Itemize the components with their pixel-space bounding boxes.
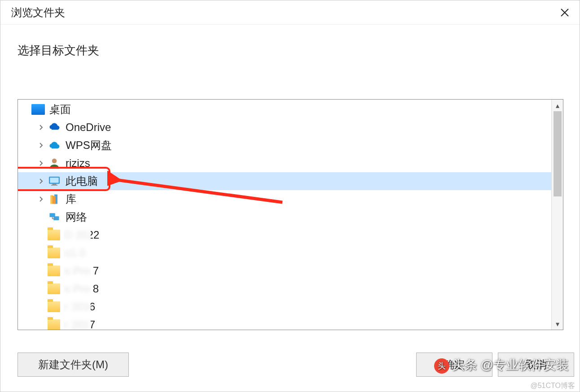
svg-rect-3 bbox=[53, 184, 57, 185]
tree-item-label: 库 bbox=[66, 192, 76, 206]
tree-item-desktop[interactable]: 桌面 bbox=[18, 100, 551, 118]
new-folder-button[interactable]: 新建文件夹(M) bbox=[18, 353, 129, 377]
dialog-buttons: 新建文件夹(M) 确定 取消 bbox=[18, 351, 574, 378]
tree-item-label: 网络 bbox=[66, 210, 87, 224]
tree-item-user[interactable]: rizizs bbox=[18, 154, 551, 172]
folder-icon bbox=[48, 248, 60, 258]
svg-rect-7 bbox=[53, 196, 56, 204]
svg-rect-4 bbox=[51, 185, 57, 186]
tree-item-label: WPS网盘 bbox=[66, 138, 112, 152]
folder-icon bbox=[48, 319, 60, 330]
close-icon bbox=[560, 8, 569, 17]
browse-folder-dialog: 浏览文件夹 选择目标文件夹 桌面OneDriveWPS网盘rizizs此电脑库网… bbox=[0, 0, 580, 392]
user-icon bbox=[48, 157, 61, 170]
expand-chevron-icon[interactable] bbox=[37, 141, 46, 150]
folder-icon bbox=[48, 301, 60, 312]
tree-item-onedrive[interactable]: OneDrive bbox=[18, 118, 551, 136]
folder-icon bbox=[48, 283, 60, 294]
onedrive-icon bbox=[48, 121, 61, 134]
tree-item-label: o1.0 bbox=[65, 247, 86, 259]
tree-item-thispc[interactable]: 此电脑 bbox=[18, 172, 551, 190]
scroll-down-arrow-icon[interactable]: ▾ bbox=[552, 318, 563, 330]
tree-item-label: 桌面 bbox=[49, 102, 71, 117]
close-button[interactable] bbox=[554, 2, 575, 23]
tree-item-label: r 2017 bbox=[65, 318, 95, 330]
folder-icon bbox=[48, 230, 60, 240]
tree-item-label: 此电脑 bbox=[66, 174, 98, 188]
vertical-scrollbar[interactable]: ▴ ▾ bbox=[551, 100, 563, 330]
tree-item-label: D 2022 bbox=[65, 229, 99, 241]
scrollbar-thumb[interactable] bbox=[554, 111, 562, 196]
tree-item-f4[interactable]: s Pro 8 bbox=[18, 280, 551, 298]
tree-item-f6[interactable]: r 2017 bbox=[18, 316, 551, 330]
tree-item-f5[interactable]: r 2016 bbox=[18, 298, 551, 316]
tree-item-label: r 2016 bbox=[65, 301, 95, 313]
dialog-prompt: 选择目标文件夹 bbox=[0, 25, 580, 58]
dialog-title: 浏览文件夹 bbox=[11, 5, 65, 20]
tree-item-wps[interactable]: WPS网盘 bbox=[18, 136, 551, 154]
tree-item-f1[interactable]: D 2022 bbox=[18, 226, 551, 244]
desktop-icon bbox=[31, 104, 45, 115]
svg-point-0 bbox=[52, 159, 57, 164]
wps-icon bbox=[48, 139, 61, 152]
libraries-icon bbox=[48, 192, 61, 206]
tree-item-f3[interactable]: s Pro 7 bbox=[18, 262, 551, 280]
tree-item-label: rizizs bbox=[66, 157, 90, 170]
expand-chevron-icon[interactable] bbox=[37, 195, 46, 204]
tree-item-network[interactable]: 网络 bbox=[18, 208, 551, 226]
svg-rect-2 bbox=[50, 178, 58, 183]
network-icon bbox=[48, 210, 61, 224]
tree-item-libraries[interactable]: 库 bbox=[18, 190, 551, 208]
ok-button[interactable]: 确定 bbox=[416, 353, 492, 377]
tree-item-label: OneDrive bbox=[66, 121, 111, 134]
folder-tree-container: 桌面OneDriveWPS网盘rizizs此电脑库网络D 2022o1.0s P… bbox=[18, 99, 563, 330]
tree-item-label: s Pro 7 bbox=[65, 265, 99, 277]
expand-chevron-icon[interactable] bbox=[37, 159, 46, 168]
titlebar: 浏览文件夹 bbox=[0, 0, 580, 25]
cancel-button[interactable]: 取消 bbox=[498, 353, 574, 377]
expand-chevron-icon[interactable] bbox=[37, 123, 46, 132]
tree-item-f2[interactable]: o1.0 bbox=[18, 244, 551, 262]
watermark-corner: @51CTO博客 bbox=[530, 381, 575, 391]
tree-item-label: s Pro 8 bbox=[65, 283, 99, 295]
expand-chevron-icon[interactable] bbox=[37, 177, 46, 186]
thispc-icon bbox=[48, 174, 61, 188]
scroll-up-arrow-icon[interactable]: ▴ bbox=[552, 100, 563, 111]
folder-icon bbox=[48, 266, 60, 276]
folder-tree[interactable]: 桌面OneDriveWPS网盘rizizs此电脑库网络D 2022o1.0s P… bbox=[18, 100, 551, 330]
